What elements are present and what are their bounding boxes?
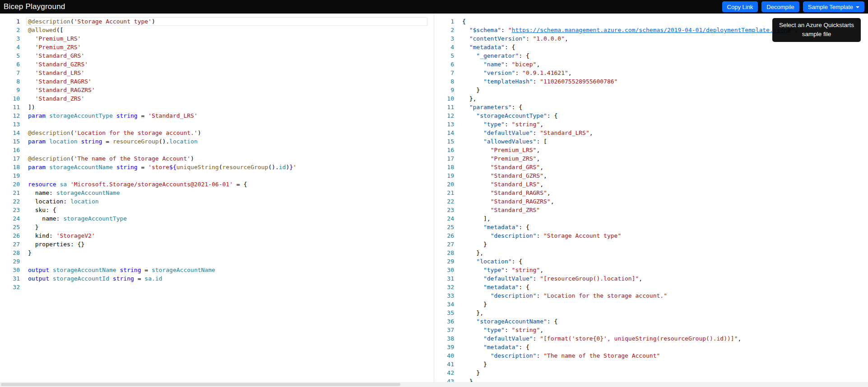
app-header: Bicep Playground Copy Link Decompile Sam… (0, 0, 868, 14)
code-text: param storageAccountType string = 'Stand… (28, 111, 198, 120)
page-title: Bicep Playground (4, 2, 65, 11)
bicep-editor[interactable]: 1@description('Storage Account type')2@a… (0, 14, 434, 387)
line-number: 11 (434, 103, 454, 111)
code-line: 11 "parameters": { (434, 103, 868, 111)
line-number: 24 (0, 214, 20, 223)
code-line: 32 "metadata": { (434, 283, 868, 291)
sample-template-tooltip: Select an Azure Quickstarts sample file (772, 18, 861, 42)
code-line: 34 } (434, 300, 868, 309)
line-number: 15 (434, 137, 454, 146)
code-line: 4 'Premium_ZRS' (0, 43, 434, 51)
code-line: 10 }, (434, 94, 868, 103)
line-number: 7 (434, 69, 454, 77)
line-number: 27 (0, 240, 20, 249)
code-text: }, (462, 94, 476, 103)
line-number: 9 (434, 86, 454, 94)
line-number: 3 (434, 34, 454, 43)
code-line: 32 (0, 283, 434, 291)
code-text: "description": "The name of the Storage … (462, 351, 660, 360)
code-line: 30output storageAccountName string = sto… (0, 266, 434, 274)
code-line: 39 "metadata": { (434, 343, 868, 351)
line-number: 2 (434, 26, 454, 34)
code-line: 9 } (434, 86, 868, 94)
code-line: 1@description('Storage Account type') (0, 17, 434, 26)
code-line: 6 'Standard_GZRS' (0, 60, 434, 69)
code-text: kind: 'StorageV2' (28, 231, 95, 240)
bicep-editor-lines: 1@description('Storage Account type')2@a… (0, 14, 434, 291)
code-text: "storageAccountType": { (462, 111, 557, 120)
code-line: 17 "Premium_ZRS", (434, 154, 868, 163)
line-number: 33 (434, 291, 454, 300)
code-text: "version": "0.9.1.41621", (462, 69, 572, 77)
line-number: 24 (434, 214, 454, 223)
code-text: "defaultValue": "[format('store{0}', uni… (462, 334, 741, 343)
line-number: 25 (0, 223, 20, 231)
code-text: "defaultValue": "Standard_LRS", (462, 129, 593, 137)
code-line: 17@description('The name of the Storage … (0, 154, 434, 163)
line-number: 34 (434, 300, 454, 309)
code-text: } (462, 240, 487, 249)
code-text: "metadata": { (462, 283, 529, 291)
code-line: 38 "defaultValue": "[format('store{0}', … (434, 334, 868, 343)
line-number: 39 (434, 343, 454, 351)
line-number: 38 (434, 334, 454, 343)
line-number: 6 (0, 60, 20, 69)
line-number: 13 (0, 120, 20, 129)
line-number: 14 (434, 129, 454, 137)
json-editor[interactable]: 1{2 "$schema": "https://schema.managemen… (434, 14, 868, 387)
code-text: ], (462, 214, 491, 223)
code-line: 6 "name": "bicep", (434, 60, 868, 69)
line-number: 35 (434, 309, 454, 317)
sample-template-button[interactable]: Sample Template (803, 1, 864, 12)
code-line: 23 sku: { (0, 206, 434, 214)
code-text: "location": { (462, 257, 522, 266)
code-line: 3 'Premium_LRS' (0, 34, 434, 43)
line-number: 18 (434, 163, 454, 171)
code-line: 35 }, (434, 309, 868, 317)
code-text: "parameters": { (462, 103, 522, 111)
code-text: param storageAccountName string = 'store… (28, 163, 297, 171)
code-text: 'Standard_LRS' (28, 69, 84, 77)
code-text: }, (462, 309, 483, 317)
code-line: 26 "description": "Storage Account type" (434, 231, 868, 240)
code-line: 8 'Standard_RAGRS' (0, 77, 434, 86)
decompile-button[interactable]: Decompile (761, 1, 799, 12)
code-text: output storageAccountName string = stora… (28, 266, 215, 274)
code-text: "Standard_LRS", (462, 180, 543, 189)
horizontal-scrollbar[interactable] (0, 382, 868, 387)
code-text: @description('Location for the storage a… (28, 129, 201, 137)
line-number: 28 (0, 249, 20, 257)
line-number: 10 (434, 94, 454, 103)
line-number: 20 (0, 180, 20, 189)
code-line: 25 } (0, 223, 434, 231)
line-number: 32 (0, 283, 20, 291)
code-line: 20resource sa 'Microsoft.Storage/storage… (0, 180, 434, 189)
code-text: } (28, 249, 32, 257)
code-line: 41 } (434, 360, 868, 369)
line-number: 15 (0, 137, 20, 146)
code-text: } (462, 369, 480, 377)
code-line: 27 properties: {} (0, 240, 434, 249)
line-number: 30 (0, 266, 20, 274)
code-text: name: storageAccountName (28, 189, 120, 197)
code-text: "Premium_ZRS", (462, 154, 540, 163)
line-number: 13 (434, 120, 454, 129)
copy-link-button[interactable]: Copy Link (722, 1, 758, 12)
code-text: "templateHash": "11026075528955600786" (462, 77, 617, 86)
code-text: 'Standard_RAGZRS' (28, 86, 95, 94)
code-line: 5 'Standard_GRS' (0, 51, 434, 60)
code-text: "contentVersion": "1.0.0.0", (462, 34, 568, 43)
code-line: 29 (0, 257, 434, 266)
code-line: 21 name: storageAccountName (0, 189, 434, 197)
code-text: } (462, 360, 487, 369)
code-line: 42 } (434, 369, 868, 377)
line-number: 42 (434, 369, 454, 377)
code-text: "Standard_RAGRS", (462, 189, 551, 197)
code-line: 27 } (434, 240, 868, 249)
code-line: 25 "metadata": { (434, 223, 868, 231)
code-line: 14@description('Location for the storage… (0, 129, 434, 137)
horizontal-scrollbar-thumb[interactable] (1, 383, 400, 386)
code-text: } (462, 300, 487, 309)
chevron-down-icon (856, 6, 859, 8)
code-text: 'Premium_ZRS' (28, 43, 81, 51)
